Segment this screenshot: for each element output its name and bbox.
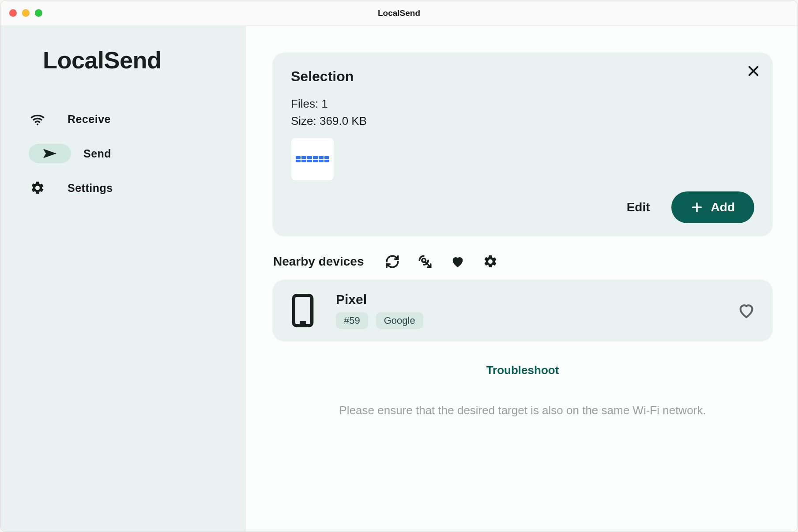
device-tag: #59 xyxy=(336,312,368,329)
thumbnail-preview-icon xyxy=(296,146,330,172)
titlebar: LocalSend xyxy=(0,0,798,26)
selection-actions: Edit Add xyxy=(291,191,754,223)
files-count: 1 xyxy=(321,97,327,110)
svg-point-0 xyxy=(37,124,38,125)
wifi-hint-text: Please ensure that the desired target is… xyxy=(272,404,773,417)
selection-title: Selection xyxy=(291,68,754,85)
svg-point-6 xyxy=(422,259,426,262)
add-button-label: Add xyxy=(711,200,735,214)
device-tag: Google xyxy=(376,312,423,329)
selection-card: Selection Files: 1 Size: 369.0 KB xyxy=(272,52,773,236)
favorites-button[interactable] xyxy=(449,253,466,270)
nearby-devices-header: Nearby devices xyxy=(273,253,773,270)
sidebar: LocalSend Receive xyxy=(0,26,246,532)
nav: Receive Send xyxy=(0,105,245,202)
phone-icon xyxy=(290,293,316,328)
files-label: Files: xyxy=(291,97,318,110)
edit-button[interactable]: Edit xyxy=(627,200,650,214)
nav-item-label: Receive xyxy=(68,113,111,126)
main-content: Selection Files: 1 Size: 369.0 KB xyxy=(246,26,798,532)
window-controls xyxy=(9,9,42,17)
nav-item-receive[interactable]: Receive xyxy=(15,105,245,134)
device-favorite-button[interactable] xyxy=(738,302,755,319)
device-tags: #59 Google xyxy=(336,312,717,329)
device-info: Pixel #59 Google xyxy=(336,292,717,329)
add-button[interactable]: Add xyxy=(671,191,754,223)
nav-item-send[interactable]: Send xyxy=(15,139,245,168)
app-window: LocalSend LocalSend Receive xyxy=(0,0,798,532)
app-body: LocalSend Receive xyxy=(0,26,798,532)
wifi-icon xyxy=(29,111,46,127)
nav-item-label: Settings xyxy=(68,182,113,195)
window-minimize-button[interactable] xyxy=(22,9,30,17)
device-card[interactable]: Pixel #59 Google xyxy=(272,280,773,341)
window-maximize-button[interactable] xyxy=(35,9,42,17)
refresh-button[interactable] xyxy=(384,253,401,270)
selection-size-line: Size: 369.0 KB xyxy=(291,112,754,130)
nav-item-label: Send xyxy=(83,147,111,160)
troubleshoot-link[interactable]: Troubleshoot xyxy=(272,363,773,377)
selection-files-line: Files: 1 xyxy=(291,95,754,112)
size-label: Size: xyxy=(291,114,316,127)
window-close-button[interactable] xyxy=(9,9,17,17)
device-name: Pixel xyxy=(336,292,717,307)
nav-active-pill xyxy=(29,144,71,163)
selection-close-button[interactable] xyxy=(746,64,760,78)
svg-rect-8 xyxy=(294,296,312,326)
send-icon xyxy=(42,147,58,160)
nav-item-settings[interactable]: Settings xyxy=(15,173,245,202)
size-value: 369.0 KB xyxy=(320,114,367,127)
selection-thumbnail[interactable] xyxy=(291,138,334,181)
app-title: LocalSend xyxy=(43,46,245,74)
nearby-devices-label: Nearby devices xyxy=(273,255,364,269)
gear-icon xyxy=(29,180,46,195)
nearby-settings-button[interactable] xyxy=(482,253,499,270)
window-title: LocalSend xyxy=(0,8,798,18)
svg-marker-1 xyxy=(43,149,56,158)
selection-info: Files: 1 Size: 369.0 KB xyxy=(291,95,754,130)
plus-icon xyxy=(691,201,703,214)
scan-button[interactable] xyxy=(417,253,433,270)
